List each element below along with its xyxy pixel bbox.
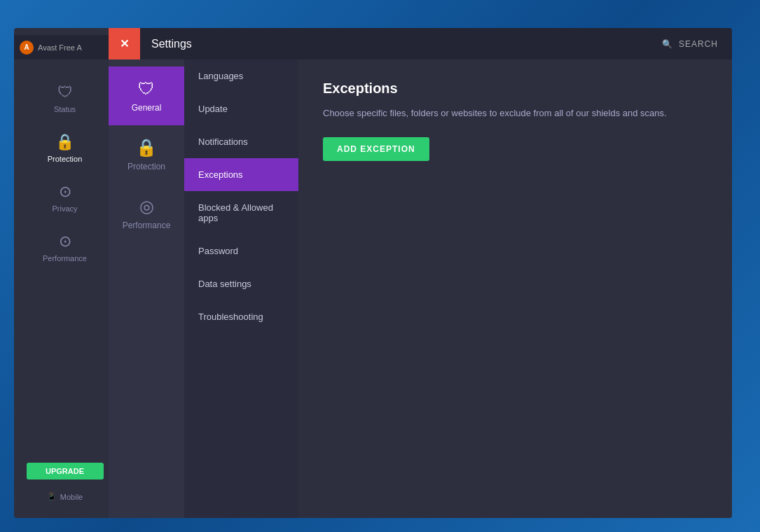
sidebar-item-protection[interactable]: 🔒 Protection <box>14 123 116 173</box>
privacy-icon: ⊙ <box>59 183 71 201</box>
avast-sidebar: A Avast Free A 🛡 Status 🔒 Protection ⊙ P… <box>14 28 116 518</box>
protection-cat-label: Protection <box>127 162 165 172</box>
content-title: Exceptions <box>323 80 707 97</box>
submenu-languages[interactable]: Languages <box>184 59 298 92</box>
settings-titlebar: ✕ Settings 🔍 SEARCH <box>109 28 732 59</box>
avast-header: A Avast Free A <box>14 35 116 59</box>
sidebar-item-status[interactable]: 🛡 Status <box>14 74 116 123</box>
sidebar-privacy-label: Privacy <box>52 204 77 213</box>
mobile-label: Mobile <box>60 493 83 501</box>
upgrade-button[interactable]: UPGRADE <box>27 463 104 479</box>
search-label: SEARCH <box>679 39 718 49</box>
protection-icon: 🔒 <box>55 133 74 151</box>
submenu-exceptions[interactable]: Exceptions <box>184 158 298 191</box>
sidebar-protection-label: Protection <box>48 155 83 163</box>
search-icon: 🔍 <box>662 39 673 49</box>
performance-cat-icon: ◎ <box>139 197 154 216</box>
cat-item-protection[interactable]: 🔒 Protection <box>109 125 184 184</box>
submenu-update[interactable]: Update <box>184 92 298 125</box>
sidebar-item-performance[interactable]: ⊙ Performance <box>14 223 116 272</box>
mobile-icon: 📱 <box>47 492 57 501</box>
settings-window: ✕ Settings 🔍 SEARCH 🛡 General 🔒 Protecti… <box>109 28 732 518</box>
performance-cat-label: Performance <box>123 220 171 230</box>
sidebar-status-label: Status <box>54 105 76 113</box>
add-exception-button[interactable]: ADD EXCEPTION <box>323 137 429 161</box>
submenu-notifications[interactable]: Notifications <box>184 125 298 158</box>
sidebar-performance-label: Performance <box>43 254 87 262</box>
mobile-item[interactable]: 📱 Mobile <box>47 492 83 501</box>
content-description: Choose specific files, folders or websit… <box>323 106 707 120</box>
submenu-password[interactable]: Password <box>184 234 298 267</box>
submenu-blocked-allowed-apps[interactable]: Blocked & Allowed apps <box>184 191 298 234</box>
status-icon: 🛡 <box>57 83 73 102</box>
cat-item-general[interactable]: 🛡 General <box>109 66 184 125</box>
settings-title: Settings <box>151 38 662 50</box>
avast-logo-icon: A <box>20 41 34 55</box>
submenu-column: Languages Update Notifications Exception… <box>184 59 298 518</box>
settings-body: 🛡 General 🔒 Protection ◎ Performance Lan… <box>109 59 732 518</box>
search-area[interactable]: 🔍 SEARCH <box>662 39 718 49</box>
protection-cat-icon: 🔒 <box>136 138 157 158</box>
submenu-troubleshooting[interactable]: Troubleshooting <box>184 300 298 333</box>
close-button[interactable]: ✕ <box>109 28 140 59</box>
cat-item-performance[interactable]: ◎ Performance <box>109 184 184 243</box>
sidebar-performance-icon: ⊙ <box>59 232 71 251</box>
general-cat-icon: 🛡 <box>138 79 155 99</box>
submenu-data-settings[interactable]: Data settings <box>184 267 298 300</box>
sidebar-item-privacy[interactable]: ⊙ Privacy <box>14 173 116 223</box>
general-cat-label: General <box>132 103 162 113</box>
content-area: Exceptions Choose specific files, folder… <box>298 59 732 518</box>
category-column: 🛡 General 🔒 Protection ◎ Performance <box>109 59 184 518</box>
avast-app-title: Avast Free A <box>38 43 82 52</box>
